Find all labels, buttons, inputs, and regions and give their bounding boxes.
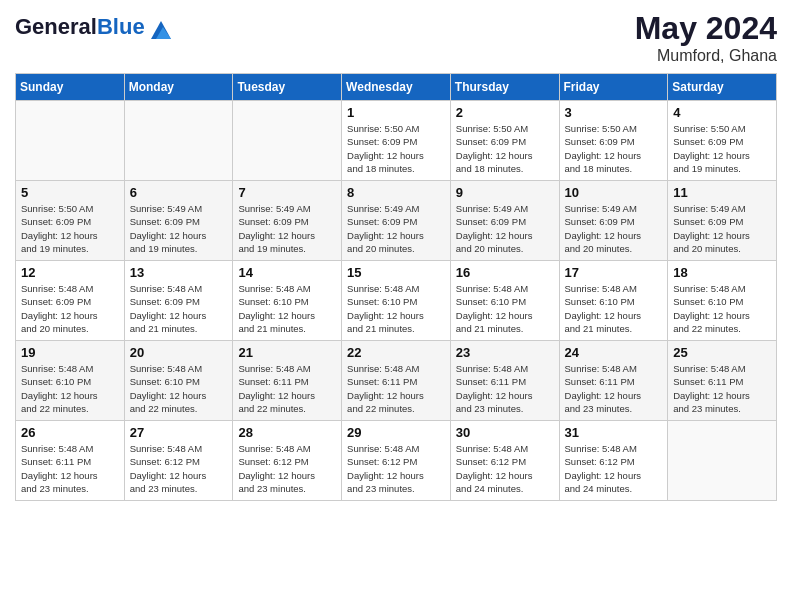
- calendar-cell: 15Sunrise: 5:48 AM Sunset: 6:10 PM Dayli…: [342, 261, 451, 341]
- calendar-cell: 13Sunrise: 5:48 AM Sunset: 6:09 PM Dayli…: [124, 261, 233, 341]
- day-number: 19: [21, 345, 119, 360]
- day-info: Sunrise: 5:48 AM Sunset: 6:11 PM Dayligh…: [565, 362, 663, 415]
- calendar-cell: 18Sunrise: 5:48 AM Sunset: 6:10 PM Dayli…: [668, 261, 777, 341]
- calendar-cell: 31Sunrise: 5:48 AM Sunset: 6:12 PM Dayli…: [559, 421, 668, 501]
- day-info: Sunrise: 5:48 AM Sunset: 6:10 PM Dayligh…: [238, 282, 336, 335]
- calendar-cell: 25Sunrise: 5:48 AM Sunset: 6:11 PM Dayli…: [668, 341, 777, 421]
- day-info: Sunrise: 5:49 AM Sunset: 6:09 PM Dayligh…: [565, 202, 663, 255]
- day-number: 18: [673, 265, 771, 280]
- day-number: 17: [565, 265, 663, 280]
- logo: GeneralBlue: [15, 14, 171, 40]
- day-info: Sunrise: 5:49 AM Sunset: 6:09 PM Dayligh…: [456, 202, 554, 255]
- day-info: Sunrise: 5:48 AM Sunset: 6:12 PM Dayligh…: [238, 442, 336, 495]
- day-number: 30: [456, 425, 554, 440]
- day-info: Sunrise: 5:48 AM Sunset: 6:11 PM Dayligh…: [456, 362, 554, 415]
- day-info: Sunrise: 5:48 AM Sunset: 6:10 PM Dayligh…: [130, 362, 228, 415]
- day-info: Sunrise: 5:48 AM Sunset: 6:10 PM Dayligh…: [673, 282, 771, 335]
- logo-general: General: [15, 14, 97, 39]
- calendar-cell: 7Sunrise: 5:49 AM Sunset: 6:09 PM Daylig…: [233, 181, 342, 261]
- header-saturday: Saturday: [668, 74, 777, 101]
- day-number: 5: [21, 185, 119, 200]
- day-number: 6: [130, 185, 228, 200]
- day-number: 14: [238, 265, 336, 280]
- logo-icon: [151, 21, 171, 39]
- day-info: Sunrise: 5:48 AM Sunset: 6:10 PM Dayligh…: [21, 362, 119, 415]
- calendar-cell: 1Sunrise: 5:50 AM Sunset: 6:09 PM Daylig…: [342, 101, 451, 181]
- day-info: Sunrise: 5:48 AM Sunset: 6:12 PM Dayligh…: [565, 442, 663, 495]
- day-number: 16: [456, 265, 554, 280]
- day-info: Sunrise: 5:49 AM Sunset: 6:09 PM Dayligh…: [347, 202, 445, 255]
- calendar-week-4: 19Sunrise: 5:48 AM Sunset: 6:10 PM Dayli…: [16, 341, 777, 421]
- day-info: Sunrise: 5:48 AM Sunset: 6:12 PM Dayligh…: [130, 442, 228, 495]
- calendar-cell: 20Sunrise: 5:48 AM Sunset: 6:10 PM Dayli…: [124, 341, 233, 421]
- calendar-cell: 2Sunrise: 5:50 AM Sunset: 6:09 PM Daylig…: [450, 101, 559, 181]
- day-info: Sunrise: 5:48 AM Sunset: 6:12 PM Dayligh…: [347, 442, 445, 495]
- calendar-cell: [668, 421, 777, 501]
- day-number: 11: [673, 185, 771, 200]
- calendar-cell: 8Sunrise: 5:49 AM Sunset: 6:09 PM Daylig…: [342, 181, 451, 261]
- day-number: 22: [347, 345, 445, 360]
- calendar-cell: 21Sunrise: 5:48 AM Sunset: 6:11 PM Dayli…: [233, 341, 342, 421]
- header-thursday: Thursday: [450, 74, 559, 101]
- calendar-cell: 22Sunrise: 5:48 AM Sunset: 6:11 PM Dayli…: [342, 341, 451, 421]
- month-year-title: May 2024: [635, 10, 777, 47]
- day-info: Sunrise: 5:48 AM Sunset: 6:11 PM Dayligh…: [21, 442, 119, 495]
- calendar-cell: 6Sunrise: 5:49 AM Sunset: 6:09 PM Daylig…: [124, 181, 233, 261]
- calendar-week-3: 12Sunrise: 5:48 AM Sunset: 6:09 PM Dayli…: [16, 261, 777, 341]
- day-info: Sunrise: 5:48 AM Sunset: 6:12 PM Dayligh…: [456, 442, 554, 495]
- calendar-cell: 19Sunrise: 5:48 AM Sunset: 6:10 PM Dayli…: [16, 341, 125, 421]
- header-monday: Monday: [124, 74, 233, 101]
- day-info: Sunrise: 5:50 AM Sunset: 6:09 PM Dayligh…: [673, 122, 771, 175]
- calendar-cell: 11Sunrise: 5:49 AM Sunset: 6:09 PM Dayli…: [668, 181, 777, 261]
- calendar-cell: [124, 101, 233, 181]
- day-number: 3: [565, 105, 663, 120]
- calendar-cell: 4Sunrise: 5:50 AM Sunset: 6:09 PM Daylig…: [668, 101, 777, 181]
- day-info: Sunrise: 5:49 AM Sunset: 6:09 PM Dayligh…: [238, 202, 336, 255]
- title-block: May 2024 Mumford, Ghana: [635, 10, 777, 65]
- calendar-table: SundayMondayTuesdayWednesdayThursdayFrid…: [15, 73, 777, 501]
- calendar-cell: 23Sunrise: 5:48 AM Sunset: 6:11 PM Dayli…: [450, 341, 559, 421]
- day-number: 13: [130, 265, 228, 280]
- day-info: Sunrise: 5:48 AM Sunset: 6:11 PM Dayligh…: [673, 362, 771, 415]
- calendar-cell: [233, 101, 342, 181]
- day-number: 27: [130, 425, 228, 440]
- day-number: 28: [238, 425, 336, 440]
- day-number: 15: [347, 265, 445, 280]
- day-info: Sunrise: 5:50 AM Sunset: 6:09 PM Dayligh…: [21, 202, 119, 255]
- day-info: Sunrise: 5:48 AM Sunset: 6:10 PM Dayligh…: [565, 282, 663, 335]
- day-number: 7: [238, 185, 336, 200]
- calendar-cell: 17Sunrise: 5:48 AM Sunset: 6:10 PM Dayli…: [559, 261, 668, 341]
- calendar-week-5: 26Sunrise: 5:48 AM Sunset: 6:11 PM Dayli…: [16, 421, 777, 501]
- day-number: 1: [347, 105, 445, 120]
- calendar-cell: 9Sunrise: 5:49 AM Sunset: 6:09 PM Daylig…: [450, 181, 559, 261]
- calendar-cell: 27Sunrise: 5:48 AM Sunset: 6:12 PM Dayli…: [124, 421, 233, 501]
- day-info: Sunrise: 5:50 AM Sunset: 6:09 PM Dayligh…: [456, 122, 554, 175]
- page-header: GeneralBlue May 2024 Mumford, Ghana: [15, 10, 777, 65]
- logo-blue: Blue: [97, 14, 145, 39]
- calendar-week-2: 5Sunrise: 5:50 AM Sunset: 6:09 PM Daylig…: [16, 181, 777, 261]
- day-number: 25: [673, 345, 771, 360]
- day-info: Sunrise: 5:48 AM Sunset: 6:11 PM Dayligh…: [347, 362, 445, 415]
- header-tuesday: Tuesday: [233, 74, 342, 101]
- day-number: 23: [456, 345, 554, 360]
- day-info: Sunrise: 5:48 AM Sunset: 6:10 PM Dayligh…: [456, 282, 554, 335]
- header-sunday: Sunday: [16, 74, 125, 101]
- day-info: Sunrise: 5:48 AM Sunset: 6:09 PM Dayligh…: [130, 282, 228, 335]
- day-info: Sunrise: 5:50 AM Sunset: 6:09 PM Dayligh…: [565, 122, 663, 175]
- day-info: Sunrise: 5:50 AM Sunset: 6:09 PM Dayligh…: [347, 122, 445, 175]
- calendar-cell: 3Sunrise: 5:50 AM Sunset: 6:09 PM Daylig…: [559, 101, 668, 181]
- day-number: 24: [565, 345, 663, 360]
- calendar-cell: 28Sunrise: 5:48 AM Sunset: 6:12 PM Dayli…: [233, 421, 342, 501]
- day-number: 4: [673, 105, 771, 120]
- calendar-cell: 5Sunrise: 5:50 AM Sunset: 6:09 PM Daylig…: [16, 181, 125, 261]
- day-info: Sunrise: 5:48 AM Sunset: 6:11 PM Dayligh…: [238, 362, 336, 415]
- day-number: 31: [565, 425, 663, 440]
- calendar-cell: [16, 101, 125, 181]
- day-number: 9: [456, 185, 554, 200]
- header-wednesday: Wednesday: [342, 74, 451, 101]
- header-friday: Friday: [559, 74, 668, 101]
- day-number: 21: [238, 345, 336, 360]
- day-number: 26: [21, 425, 119, 440]
- calendar-cell: 12Sunrise: 5:48 AM Sunset: 6:09 PM Dayli…: [16, 261, 125, 341]
- calendar-cell: 16Sunrise: 5:48 AM Sunset: 6:10 PM Dayli…: [450, 261, 559, 341]
